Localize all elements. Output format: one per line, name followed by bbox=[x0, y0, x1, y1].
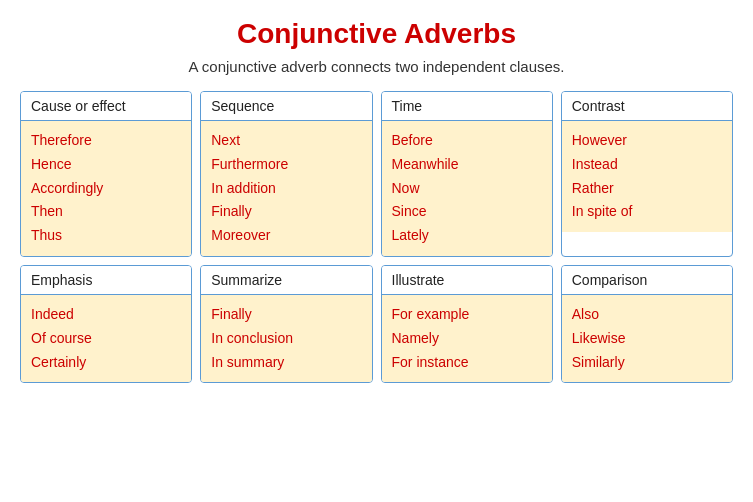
card-item: Indeed bbox=[31, 303, 181, 327]
card-summarize: SummarizeFinallyIn conclusionIn summary bbox=[200, 265, 372, 383]
card-item: Certainly bbox=[31, 351, 181, 375]
card-time: TimeBeforeMeanwhileNowSinceLately bbox=[381, 91, 553, 257]
card-item: For instance bbox=[392, 351, 542, 375]
card-item: In conclusion bbox=[211, 327, 361, 351]
card-body-illustrate: For exampleNamelyFor instance bbox=[382, 295, 552, 382]
card-cause-effect: Cause or effectThereforeHenceAccordingly… bbox=[20, 91, 192, 257]
card-contrast: ContrastHoweverInsteadRatherIn spite of bbox=[561, 91, 733, 257]
card-header-comparison: Comparison bbox=[562, 266, 732, 295]
card-item: In addition bbox=[211, 177, 361, 201]
card-header-illustrate: Illustrate bbox=[382, 266, 552, 295]
card-item: Since bbox=[392, 200, 542, 224]
card-body-contrast: HoweverInsteadRatherIn spite of bbox=[562, 121, 732, 232]
card-item: Finally bbox=[211, 200, 361, 224]
card-item: Of course bbox=[31, 327, 181, 351]
page-title: Conjunctive Adverbs bbox=[20, 18, 733, 50]
card-item: For example bbox=[392, 303, 542, 327]
card-header-emphasis: Emphasis bbox=[21, 266, 191, 295]
card-item: Meanwhile bbox=[392, 153, 542, 177]
card-item: Also bbox=[572, 303, 722, 327]
card-header-cause-effect: Cause or effect bbox=[21, 92, 191, 121]
card-illustrate: IllustrateFor exampleNamelyFor instance bbox=[381, 265, 553, 383]
card-item: Namely bbox=[392, 327, 542, 351]
card-item: Rather bbox=[572, 177, 722, 201]
card-item: Instead bbox=[572, 153, 722, 177]
card-sequence: SequenceNextFurthermoreIn additionFinall… bbox=[200, 91, 372, 257]
card-item: Then bbox=[31, 200, 181, 224]
card-item: Hence bbox=[31, 153, 181, 177]
card-item: Next bbox=[211, 129, 361, 153]
card-item: Before bbox=[392, 129, 542, 153]
card-item: However bbox=[572, 129, 722, 153]
card-item: In spite of bbox=[572, 200, 722, 224]
card-item: Therefore bbox=[31, 129, 181, 153]
card-header-sequence: Sequence bbox=[201, 92, 371, 121]
card-item: Thus bbox=[31, 224, 181, 248]
card-item: Lately bbox=[392, 224, 542, 248]
subtitle: A conjunctive adverb connects two indepe… bbox=[20, 58, 733, 75]
card-item: Now bbox=[392, 177, 542, 201]
card-body-sequence: NextFurthermoreIn additionFinallyMoreove… bbox=[201, 121, 371, 256]
card-body-cause-effect: ThereforeHenceAccordinglyThenThus bbox=[21, 121, 191, 256]
card-item: Accordingly bbox=[31, 177, 181, 201]
cards-grid: Cause or effectThereforeHenceAccordingly… bbox=[20, 91, 733, 383]
card-item: Likewise bbox=[572, 327, 722, 351]
card-body-emphasis: IndeedOf courseCertainly bbox=[21, 295, 191, 382]
card-item: Finally bbox=[211, 303, 361, 327]
card-item: Moreover bbox=[211, 224, 361, 248]
card-body-time: BeforeMeanwhileNowSinceLately bbox=[382, 121, 552, 256]
card-comparison: ComparisonAlsoLikewiseSimilarly bbox=[561, 265, 733, 383]
card-body-summarize: FinallyIn conclusionIn summary bbox=[201, 295, 371, 382]
card-item: In summary bbox=[211, 351, 361, 375]
card-body-comparison: AlsoLikewiseSimilarly bbox=[562, 295, 732, 382]
card-header-summarize: Summarize bbox=[201, 266, 371, 295]
card-item: Furthermore bbox=[211, 153, 361, 177]
card-header-time: Time bbox=[382, 92, 552, 121]
card-header-contrast: Contrast bbox=[562, 92, 732, 121]
card-item: Similarly bbox=[572, 351, 722, 375]
card-emphasis: EmphasisIndeedOf courseCertainly bbox=[20, 265, 192, 383]
